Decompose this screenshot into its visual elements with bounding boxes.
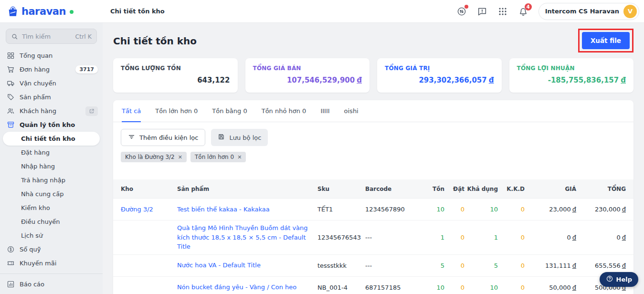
annotation-highlight-box: Xuất file <box>578 29 633 52</box>
kkd-qty: 0 <box>498 206 525 213</box>
save-filter-button[interactable]: Lưu bộ lọc <box>211 129 268 146</box>
help-label: Help <box>616 276 632 283</box>
tab-ton-bang-0[interactable]: Tồn bằng 0 <box>212 100 247 122</box>
inventory-panel: Tất cảTồn lớn hơn 0Tồn bằng 0Tồn nhỏ hơn… <box>113 100 633 294</box>
sidebar-item-don-hang[interactable]: Đơn hàng3717 <box>0 63 103 76</box>
tab-iiiii[interactable]: IIIII <box>320 100 329 122</box>
search-placeholder: Tìm kiếm <box>22 33 72 40</box>
update-status-icon[interactable] <box>456 6 467 17</box>
sidebar-item-kiem-kho[interactable]: Kiểm kho <box>0 201 103 215</box>
column-header-2: Sản phẩm <box>177 186 317 192</box>
ticket-icon <box>7 259 15 267</box>
summary-card-number: 293,302,366,057 <box>419 76 486 84</box>
summary-card-2: TỔNG GIÁ BÁN107,546,529,900đ <box>245 58 370 93</box>
export-file-button[interactable]: Xuất file <box>582 32 630 49</box>
column-header-8: K.K.D <box>498 186 525 192</box>
sidebar-item-label: Đơn hàng <box>20 66 71 73</box>
add-filter-label: Thêm điều kiện lọc <box>139 134 198 141</box>
kkd-qty: 0 <box>498 284 525 291</box>
sidebar-item-label: Khách hàng <box>20 107 81 115</box>
ordered-qty: 0 <box>444 206 465 213</box>
sidebar-item-label: Đặt hàng <box>21 149 98 156</box>
available-qty: 5 <box>465 262 498 269</box>
sidebar-item-label: Chi tiết tồn kho <box>21 135 95 142</box>
filter-chip-label: Tồn lớn hơn 0 <box>195 154 234 160</box>
sidebar-item-nhap-hang[interactable]: Nhập hàng <box>0 159 103 173</box>
notifications-bell-icon[interactable]: 4 <box>518 6 528 17</box>
inventory-table: KhoSản phẩmSkuBarcodeTồnĐặtKhả dụngK.K.D… <box>113 179 633 294</box>
sidebar-item-so-quy[interactable]: Sổ quỹ <box>0 242 103 256</box>
price-cell: 50,000đ <box>525 284 576 291</box>
page-title: Chi tiết tồn kho <box>113 35 197 47</box>
sidebar-item-label: Lịch sử <box>21 232 98 239</box>
topbar-actions: 4 Intercom CS Haravan V <box>456 3 644 20</box>
warehouse-link[interactable]: Đường 3/2 <box>121 205 177 214</box>
total-cell: 655,556đ <box>576 262 626 269</box>
search-input[interactable]: Tìm kiếm Ctrl K <box>6 29 97 44</box>
summary-card-value: -185,755,836,157đ <box>517 76 626 84</box>
tab-ton-lon-hon-0[interactable]: Tồn lớn hơn 0 <box>155 100 198 122</box>
apps-grid-icon[interactable] <box>497 6 508 17</box>
ordered-qty: 0 <box>444 234 465 241</box>
account-menu[interactable]: Intercom CS Haravan V <box>538 3 639 20</box>
sidebar-item-chi-tiet-ton-kho[interactable]: Chi tiết tồn kho <box>3 132 100 146</box>
sidebar-item-van-chuyen[interactable]: Vận chuyển <box>0 76 103 90</box>
help-button[interactable]: Help <box>600 272 638 287</box>
product-link[interactable]: Nón bucket đáng yêu - Vàng / Con heo <box>177 283 317 292</box>
product-link[interactable]: Test biến thể kakaa - Kakakaa <box>177 205 317 214</box>
topbar: haravan Chi tiết tồn kho 4 Intercom CS H… <box>0 0 644 23</box>
tab-oishi[interactable]: oishi <box>344 100 359 122</box>
total-cell: 230,000đ <box>576 206 626 213</box>
sidebar-menu: Tổng quanĐơn hàng3717Vận chuyểnSản phẩmK… <box>0 49 103 294</box>
sidebar-item-dieu-chuyen[interactable]: Điều chuyển <box>0 215 103 229</box>
active-filter-chips: Kho là Đường 3/2✕Tồn lớn hơn 0✕ <box>113 152 633 162</box>
product-link[interactable]: Quà tặng Mô Hình Thuyền Buồm dát vàng kí… <box>177 223 317 252</box>
amount: 655,556 <box>595 262 621 269</box>
main-layout: Tìm kiếm Ctrl K Tổng quanĐơn hàng3717Vận… <box>0 23 644 294</box>
sidebar-item-nha-cung-cap[interactable]: Nhà cung cấp <box>0 187 103 201</box>
external-link-icon[interactable] <box>85 106 98 116</box>
sku-cell: 12345676543 <box>317 234 365 241</box>
users-icon <box>7 107 15 115</box>
tab-ton-nho-hon-0[interactable]: Tồn nhỏ hơn 0 <box>262 100 306 122</box>
sidebar-item-san-pham[interactable]: Sản phẩm <box>0 90 103 104</box>
sidebar-item-lich-su[interactable]: Lịch sử <box>0 229 103 242</box>
sidebar-item-tong-quan[interactable]: Tổng quan <box>0 49 103 63</box>
sidebar-item-cau-hinh[interactable]: Cấu hình <box>0 291 103 294</box>
sidebar-item-bao-cao[interactable]: Báo cáo <box>0 277 103 291</box>
remove-filter-icon[interactable]: ✕ <box>178 155 182 160</box>
tab-tat-ca[interactable]: Tất cả <box>122 100 141 122</box>
amount: 23,000 <box>549 206 571 213</box>
available-qty: 1 <box>465 234 498 241</box>
summary-card-value: 643,122 <box>121 76 230 84</box>
summary-card-label: TỔNG GIÁ BÁN <box>253 65 362 72</box>
column-header-7: Khả dụng <box>465 186 498 192</box>
sidebar-item-khuyen-mai[interactable]: Khuyến mãi <box>0 256 103 270</box>
chart-icon <box>7 280 15 288</box>
column-header-10: TỔNG <box>576 186 626 192</box>
add-filter-button[interactable]: Thêm điều kiện lọc <box>121 129 205 146</box>
filter-toolbar: Thêm điều kiện lọc Lưu bộ lọc <box>113 122 633 152</box>
haravan-logo[interactable]: haravan <box>0 5 103 18</box>
cart-icon <box>7 65 15 74</box>
amount: 131,111 <box>545 262 571 269</box>
sidebar-item-tra-hang-nhap[interactable]: Trả hàng nhập <box>0 173 103 187</box>
currency-symbol: đ <box>357 76 362 84</box>
page-header: Chi tiết tồn kho Xuất file <box>113 31 633 57</box>
content: Chi tiết tồn kho Xuất file TỔNG LƯỢNG TỒ… <box>103 23 644 294</box>
presence-status-dot <box>70 10 74 14</box>
sidebar-item-khach-hang[interactable]: Khách hàng <box>0 104 103 118</box>
summary-card-value: 293,302,366,057đ <box>385 76 494 84</box>
feedback-icon[interactable] <box>477 6 487 17</box>
stock-qty: 10 <box>422 284 444 291</box>
table-body: Đường 3/2Test biến thể kakaa - KakakaaTẾ… <box>113 199 633 294</box>
product-link[interactable]: Nước hoa VA - Default Title <box>177 261 317 270</box>
summary-card-label: TỔNG LỢI NHUẬN <box>517 65 626 72</box>
currency-symbol: đ <box>621 76 626 84</box>
remove-filter-icon[interactable]: ✕ <box>237 155 242 160</box>
sidebar-item-quan-ly-ton-kho[interactable]: Quản lý tồn kho <box>0 118 103 132</box>
sidebar-item-dat-hang[interactable]: Đặt hàng <box>0 146 103 159</box>
sku-cell: tessstkkk <box>317 262 365 269</box>
sidebar-item-label: Quản lý tồn kho <box>20 121 98 128</box>
save-filter-label: Lưu bộ lọc <box>229 134 261 141</box>
